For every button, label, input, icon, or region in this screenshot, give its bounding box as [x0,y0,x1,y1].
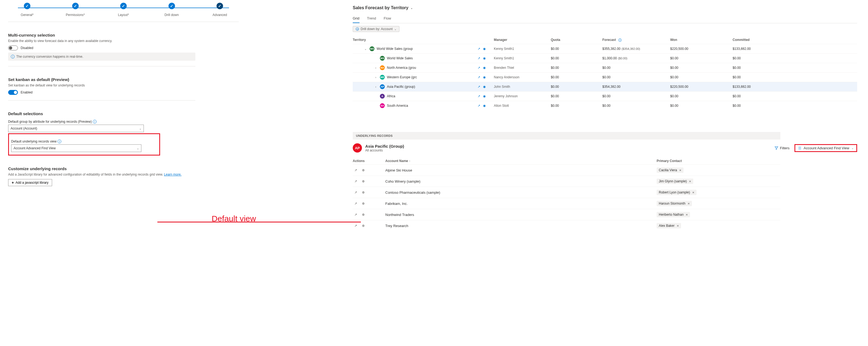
contact-chip[interactable]: Haroun Stormonth ✕ [657,201,692,206]
forecast-row[interactable]: WSWorld Wide Sales↗◉Kenny Smith1$0.00$1,… [353,54,857,63]
add-icon[interactable]: ⊕ [362,191,365,194]
group-by-select[interactable]: Account (Account) ⌄ [8,125,144,132]
remove-chip-icon[interactable]: ✕ [677,224,679,227]
forecast-cell: $0.00 [602,104,670,108]
add-icon[interactable]: ⊕ [362,213,365,216]
underlying-row[interactable]: ↗⊕Trey ResearchAlex Baker ✕ [353,220,780,231]
step-drilldown[interactable]: Drill down [153,3,191,17]
forecast-row[interactable]: ›NANorth America (grou↗◉Brenden Thiel$0.… [353,63,857,72]
committed-cell: $0.00 [733,56,779,60]
step-permissions[interactable]: Permissions* [56,3,94,17]
account-name-cell: Fabrikam, Inc. [385,202,657,206]
underlying-row[interactable]: ↗⊕Coho Winery (sample)Jim Glynn (sample)… [353,176,780,187]
tab-trend[interactable]: Trend [367,14,376,23]
expand-icon[interactable]: ⌄ [364,47,367,50]
step-layout[interactable]: Layout* [104,3,143,17]
step-general[interactable]: General* [8,3,46,17]
add-icon[interactable]: ⊕ [362,224,365,228]
forecast-row[interactable]: SASouth America↗◉Alton Stott$0.00$0.00$0… [353,101,857,110]
chart-icon[interactable]: ◉ [483,56,486,60]
chart-icon[interactable]: ◉ [483,85,486,89]
open-record-icon[interactable]: ↗ [354,179,357,183]
expand-icon[interactable]: › [374,66,378,69]
add-js-library-button[interactable]: +Add a javascript library [8,179,52,186]
open-icon[interactable]: ↗ [477,47,480,51]
territory-avatar: NA [380,65,385,70]
forecast-title[interactable]: Sales Forecast by Territory ⌄ [353,5,857,10]
col-quota[interactable]: Quota [551,38,602,42]
filters-button[interactable]: Filters [775,146,789,150]
view-selector[interactable]: Account Advanced Find View ⌄ [798,146,854,150]
quota-cell: $0.00 [551,56,602,60]
expand-icon[interactable]: › [374,85,378,88]
open-record-icon[interactable]: ↗ [354,191,357,194]
step-advanced[interactable]: Advanced [201,3,239,17]
open-record-icon[interactable]: ↗ [354,168,357,172]
open-icon[interactable]: ↗ [477,85,480,89]
add-icon[interactable]: ⊕ [362,202,365,205]
quota-cell: $0.00 [551,104,602,108]
forecast-row[interactable]: ›APAsia Pacific (group)↗◉John Smith$0.00… [353,82,857,91]
learn-more-link[interactable]: Learn more. [164,173,182,176]
underlying-records-table: Actions Account Name ↑ Primary Contact ↗… [353,159,780,231]
add-icon[interactable]: ⊕ [362,179,365,183]
quota-cell: $0.00 [551,47,602,51]
chart-icon[interactable]: ◉ [483,47,486,51]
col-committed[interactable]: Committed [733,38,779,42]
forecast-cell: $0.00 [602,66,670,70]
open-icon[interactable]: ↗ [477,104,480,108]
underlying-row[interactable]: ↗⊕Fabrikam, Inc.Haroun Stormonth ✕ [353,198,780,209]
remove-chip-icon[interactable]: ✕ [686,213,688,216]
underlying-row[interactable]: ↗⊕Alpine Ski HouseCacilia Viera ✕ [353,165,780,176]
remove-chip-icon[interactable]: ✕ [679,169,681,172]
target-icon: ◎ [356,27,359,31]
contact-chip[interactable]: Cacilia Viera ✕ [657,167,683,173]
contact-chip[interactable]: Alex Baker ✕ [657,223,681,229]
expand-icon[interactable]: › [374,76,378,79]
default-view-select[interactable]: Account Advanced Find View ⌄ [11,144,142,152]
col-forecast[interactable]: Forecast i [602,38,670,42]
chart-icon[interactable]: ◉ [483,75,486,79]
underlying-row[interactable]: ↗⊕Northwind TradersHeriberto Nathan ✕ [353,209,780,220]
tab-flow[interactable]: Flow [384,14,391,23]
manager-cell: Brenden Thiel [494,66,551,70]
col-primary-contact[interactable]: Primary Contact [657,159,776,163]
open-icon[interactable]: ↗ [477,75,480,79]
chart-icon[interactable]: ◉ [483,94,486,98]
remove-chip-icon[interactable]: ✕ [692,191,694,194]
col-won[interactable]: Won [670,38,733,42]
tab-grid[interactable]: Grid [353,14,360,23]
multi-currency-toggle[interactable]: Disabled [8,45,195,50]
contact-chip[interactable]: Jim Glynn (sample) ✕ [657,179,693,184]
info-icon: i [11,55,14,59]
underlying-row[interactable]: ↗⊕Contoso Pharmaceuticals (sample)Robert… [353,187,780,198]
col-actions[interactable]: Actions [353,159,385,163]
forecast-row[interactable]: AAfrica↗◉Jeremy Johnson$0.00$0.00$0.00$0… [353,91,857,101]
drilldown-pill[interactable]: ◎ Drill down by: Account ⌄ [353,26,399,32]
contact-chip[interactable]: Heriberto Nathan ✕ [657,212,690,217]
col-territory[interactable]: Territory [353,38,477,42]
add-icon[interactable]: ⊕ [362,168,365,172]
remove-chip-icon[interactable]: ✕ [689,180,691,183]
manager-cell: Kenny Smith1 [494,56,551,60]
col-manager[interactable]: Manager [494,38,551,42]
col-account-name[interactable]: Account Name ↑ [385,159,657,163]
open-record-icon[interactable]: ↗ [354,213,357,216]
kanban-toggle[interactable]: Enabled [8,90,195,95]
open-icon[interactable]: ↗ [477,56,480,60]
open-icon[interactable]: ↗ [477,66,480,70]
forecast-row[interactable]: ⌄WSWorld Wide Sales (group↗◉Kenny Smith1… [353,44,857,54]
forecast-row[interactable]: ›WEWestern Europe (grc↗◉Nancy Andersson$… [353,72,857,82]
info-icon[interactable]: i [93,120,97,124]
open-icon[interactable]: ↗ [477,94,480,98]
chart-icon[interactable]: ◉ [483,104,486,108]
contact-chip[interactable]: Robert Lyon (sample) ✕ [657,190,696,195]
open-record-icon[interactable]: ↗ [354,224,357,228]
info-icon[interactable]: i [58,140,61,143]
info-icon[interactable]: i [618,38,622,42]
account-name-cell: Alpine Ski House [385,168,657,172]
chart-icon[interactable]: ◉ [483,66,486,70]
manager-cell: John Smith [494,85,551,89]
remove-chip-icon[interactable]: ✕ [688,202,690,205]
open-record-icon[interactable]: ↗ [354,202,357,205]
